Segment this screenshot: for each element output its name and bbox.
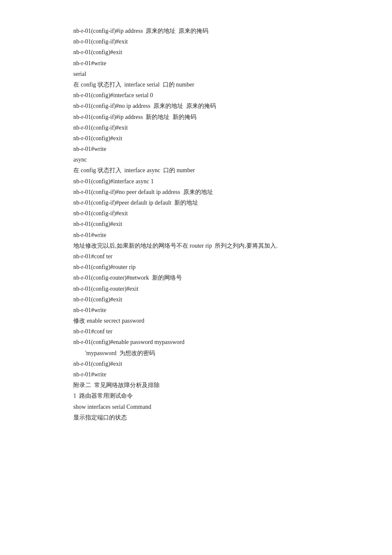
line-4: serial [73, 69, 319, 79]
line-21: nb-r-01#conf ter [73, 251, 319, 262]
line-5: 在 config 状态打入 interface serial 口的 number [73, 79, 319, 90]
line-32: nb-r-01#write [73, 369, 319, 380]
line-36: 显示指定端口的状态 [73, 412, 319, 423]
line-7: nb-r-01(config-if)#no ip address 原来的地址 原… [73, 101, 319, 111]
main-content: nb-r-01(config-if)#ip address 原来的地址 原来的掩… [0, 0, 392, 448]
line-27: 修改 enable secrect password [73, 315, 319, 326]
line-8: nb-r-01(config-if)#ip address 新的地址 新的掩码 [73, 112, 319, 122]
line-35: show interfaces serial Command [73, 402, 319, 412]
line-6: nb-r-01(config)#interface serial 0 [73, 90, 319, 101]
line-20: 地址修改完以后,如果新的地址的网络号不在 router rip 所列之列内,要将… [73, 240, 319, 251]
line-30: 'mypassword 为想改的密码 [73, 348, 319, 358]
line-10: nb-r-01(config)#exit [73, 133, 319, 144]
line-25: nb-r-01(config)#exit [73, 294, 319, 305]
line-17: nb-r-01(config-if)#exit [73, 208, 319, 219]
line-14: nb-r-01(config)#interface async 1 [73, 176, 319, 187]
line-29: nb-r-01(config)#enable password mypasswo… [73, 337, 319, 347]
line-12: async [73, 154, 319, 165]
line-16: nb-r-01(config-if)#peer default ip defau… [73, 197, 319, 208]
line-31: nb-r-01(config)#exit [73, 358, 319, 369]
line-26: nb-r-01#write [73, 305, 319, 315]
line-19: nb-r-01#write [73, 230, 319, 240]
line-23: nb-r-01(config-router)#network 新的网络号 [73, 272, 319, 283]
line-18: nb-r-01(config)#exit [73, 219, 319, 229]
line-9: nb-r-01(config-if)#exit [73, 122, 319, 133]
line-11: nb-r-01#write [73, 144, 319, 154]
line-0: nb-r-01(config-if)#ip address 原来的地址 原来的掩… [73, 26, 319, 36]
line-22: nb-r-01(config)#router rip [73, 262, 319, 272]
line-34: 1 路由器常用测试命令 [73, 390, 319, 401]
line-3: nb-r-01#write [73, 58, 319, 69]
line-15: nb-r-01(config-if)#no peer default ip ad… [73, 187, 319, 197]
line-1: nb-r-01(config-if)#exit [73, 36, 319, 47]
line-2: nb-r-01(config)#exit [73, 47, 319, 58]
line-13: 在 config 状态打入 interface async 口的 number [73, 165, 319, 176]
line-24: nb-r-01(config-router)#exit [73, 283, 319, 294]
line-33: 附录二 常见网络故障分析及排除 [73, 380, 319, 390]
line-28: nb-r-01#conf ter [73, 326, 319, 337]
